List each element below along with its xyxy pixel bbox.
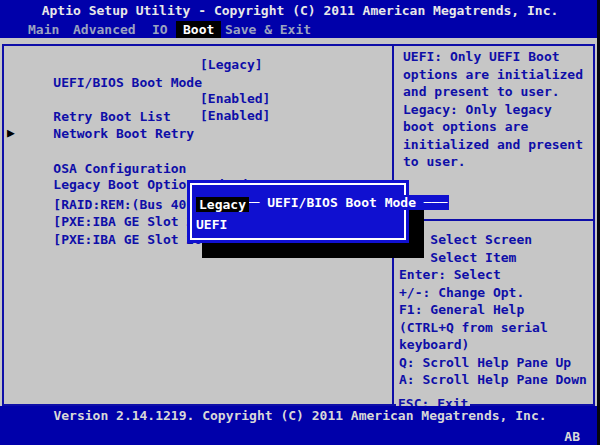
footer-bar: Version 2.14.1219. Copyright (C) 2011 Am…: [0, 406, 600, 445]
corner-code: AB: [564, 430, 580, 443]
key-hint-select-item: Select Item: [399, 249, 595, 267]
boot-mode-popup: ─── UEFI/BIOS Boot Mode ─── Legacy UEFI: [187, 180, 409, 243]
popup-title: ─── UEFI/BIOS Boot Mode ───: [187, 180, 409, 195]
submenu-arrow-icon: ▶: [7, 124, 15, 142]
menu-tab-boot[interactable]: Boot: [176, 21, 221, 38]
key-hint-general-help: F1: General Help: [399, 301, 595, 319]
section-legacy-boot-priority: Legacy Boot Option Priority: [22, 158, 265, 176]
option-row-boot-mode[interactable]: UEFI/BIOS Boot Mode [Legacy]: [22, 56, 202, 74]
menu-tab-main[interactable]: Main: [28, 21, 59, 38]
key-hint-scroll-down: A: Scroll Help Pane Down: [399, 371, 595, 389]
option-value: [Enabled]: [200, 90, 270, 108]
popup-option-legacy[interactable]: Legacy: [196, 196, 249, 214]
bios-setup-screen: Aptio Setup Utility - Copyright (C) 2011…: [0, 0, 600, 445]
popup-option-uefi[interactable]: UEFI: [196, 216, 227, 234]
key-hint-keyboard: keyboard): [399, 336, 595, 354]
menu-tab-io[interactable]: IO: [152, 21, 168, 38]
option-row-retry-boot-list[interactable]: Retry Boot List [Enabled]: [22, 90, 171, 108]
key-hints-pane: Select Screen Select Item Enter: Select …: [399, 231, 595, 389]
key-hint-change-opt: +/-: Change Opt.: [399, 284, 595, 302]
version-text: Version 2.14.1219. Copyright (C) 2011 Am…: [0, 406, 600, 425]
app-title: Aptio Setup Utility - Copyright (C) 2011…: [0, 0, 600, 21]
help-pane: UEFI: Only UEFI Boot options are initial…: [403, 48, 593, 171]
panel-divider-horizontal: [394, 219, 595, 221]
header-bar: Aptio Setup Utility - Copyright (C) 2011…: [0, 0, 600, 38]
key-hint-enter: Enter: Select: [399, 266, 595, 284]
key-hint-ctrl-q: (CTRL+Q from serial: [399, 319, 595, 337]
key-hint-scroll-up: Q: Scroll Help Pane Up: [399, 354, 595, 372]
option-value: [Enabled]: [200, 107, 270, 125]
option-row-network-boot-retry[interactable]: Network Boot Retry [Enabled]: [22, 107, 194, 125]
option-value: [Legacy]: [200, 56, 263, 74]
option-label: UEFI/BIOS Boot Mode: [53, 75, 202, 90]
menu-tab-advanced[interactable]: Advanced: [73, 21, 136, 38]
option-row-osa-configuration[interactable]: ▶ OSA Configuration: [22, 124, 186, 142]
key-hint-select-screen: Select Screen: [399, 231, 595, 249]
menu-tab-save-exit[interactable]: Save & Exit: [225, 21, 311, 38]
